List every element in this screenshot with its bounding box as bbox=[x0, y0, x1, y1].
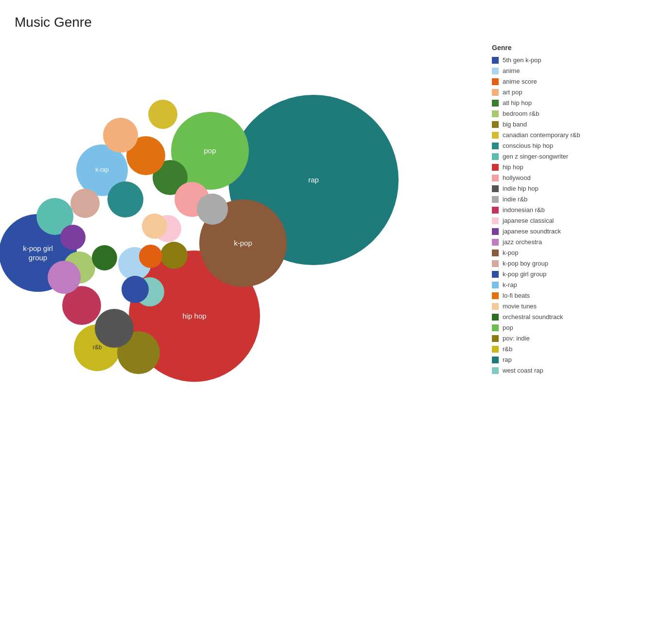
legend-item-16: japanese soundtrack bbox=[492, 228, 647, 235]
legend-label-17: jazz orchestra bbox=[503, 238, 542, 246]
legend-label-3: art pop bbox=[503, 89, 522, 96]
bubble-17 bbox=[197, 194, 228, 225]
bubble-25 bbox=[160, 242, 188, 269]
legend-label-29: west coast rap bbox=[503, 367, 543, 374]
legend-item-14: indonesian r&b bbox=[492, 206, 647, 214]
legend-item-13: indie r&b bbox=[492, 196, 647, 203]
legend-label-7: canadian contemporary r&b bbox=[503, 131, 580, 139]
legend-label-19: k-pop boy group bbox=[503, 260, 548, 267]
legend-swatch-16 bbox=[492, 228, 499, 235]
bubble-9 bbox=[103, 118, 138, 153]
legend: Genre 5th gen k-popanimeanime scoreart p… bbox=[492, 44, 647, 377]
legend-item-7: canadian contemporary r&b bbox=[492, 131, 647, 139]
legend-swatch-7 bbox=[492, 132, 499, 139]
legend-swatch-14 bbox=[492, 207, 499, 214]
legend-swatch-19 bbox=[492, 260, 499, 267]
legend-swatch-8 bbox=[492, 143, 499, 149]
bubble-23 bbox=[142, 214, 167, 239]
legend-item-15: japanese classical bbox=[492, 217, 647, 224]
bubble-29 bbox=[122, 276, 149, 303]
legend-item-4: atl hip hop bbox=[492, 99, 647, 107]
legend-swatch-18 bbox=[492, 250, 499, 256]
bubble-13 bbox=[107, 181, 143, 217]
legend-label-10: hip hop bbox=[503, 163, 523, 171]
legend-label-21: k-rap bbox=[503, 281, 517, 288]
legend-label-25: pop bbox=[503, 324, 513, 331]
legend-label-27: r&b bbox=[503, 345, 512, 353]
legend-item-5: bedroom r&b bbox=[492, 110, 647, 117]
legend-item-23: movie tunes bbox=[492, 303, 647, 310]
legend-item-24: orchestral soundtrack bbox=[492, 313, 647, 321]
legend-label-22: lo-fi beats bbox=[503, 292, 530, 299]
legend-label-5: bedroom r&b bbox=[503, 110, 539, 117]
legend-label-2: anime score bbox=[503, 78, 537, 85]
legend-item-0: 5th gen k-pop bbox=[492, 56, 647, 64]
legend-label-14: indonesian r&b bbox=[503, 206, 545, 214]
legend-item-21: k-rap bbox=[492, 281, 647, 288]
legend-item-1: anime bbox=[492, 67, 647, 74]
legend-label-20: k-pop girl group bbox=[503, 270, 546, 278]
bubble-12 bbox=[148, 100, 177, 129]
legend-label-26: pov: indie bbox=[503, 335, 530, 342]
legend-swatch-5 bbox=[492, 110, 499, 117]
legend-label-24: orchestral soundtrack bbox=[503, 313, 563, 321]
legend-item-11: hollywood bbox=[492, 174, 647, 181]
legend-label-6: big band bbox=[503, 121, 527, 128]
legend-item-2: anime score bbox=[492, 78, 647, 85]
legend-swatch-24 bbox=[492, 314, 499, 321]
legend-label-18: k-pop bbox=[503, 249, 519, 256]
legend-item-8: conscious hip hop bbox=[492, 142, 647, 149]
bubble-21 bbox=[48, 261, 81, 294]
legend-item-17: jazz orchestra bbox=[492, 238, 647, 246]
legend-item-10: hip hop bbox=[492, 163, 647, 171]
legend-label-28: rap bbox=[503, 356, 512, 363]
legend-swatch-12 bbox=[492, 185, 499, 192]
page-title: Music Genre bbox=[15, 15, 92, 30]
legend-swatch-13 bbox=[492, 196, 499, 203]
legend-swatch-23 bbox=[492, 303, 499, 310]
bubble-22 bbox=[70, 189, 100, 218]
legend-swatch-9 bbox=[492, 153, 499, 160]
legend-item-27: r&b bbox=[492, 345, 647, 353]
legend-title: Genre bbox=[492, 44, 647, 52]
legend-label-8: conscious hip hop bbox=[503, 142, 553, 149]
legend-item-19: k-pop boy group bbox=[492, 260, 647, 267]
legend-label-11: hollywood bbox=[503, 174, 531, 181]
legend-swatch-11 bbox=[492, 175, 499, 181]
legend-swatch-2 bbox=[492, 78, 499, 85]
legend-swatch-3 bbox=[492, 89, 499, 96]
legend-swatch-17 bbox=[492, 239, 499, 246]
legend-item-26: pov: indie bbox=[492, 335, 647, 342]
bubble-28 bbox=[139, 245, 162, 268]
bubble-16 bbox=[95, 309, 134, 348]
legend-swatch-21 bbox=[492, 282, 499, 288]
legend-label-1: anime bbox=[503, 67, 520, 74]
legend-item-6: big band bbox=[492, 121, 647, 128]
legend-swatch-0 bbox=[492, 57, 499, 64]
legend-item-9: gen z singer-songwriter bbox=[492, 153, 647, 160]
legend-swatch-4 bbox=[492, 100, 499, 107]
legend-label-15: japanese classical bbox=[503, 217, 554, 224]
legend-label-12: indie hip hop bbox=[503, 185, 539, 192]
legend-item-22: lo-fi beats bbox=[492, 292, 647, 299]
bubble-24 bbox=[92, 245, 117, 270]
legend-label-0: 5th gen k-pop bbox=[503, 56, 541, 64]
legend-swatch-22 bbox=[492, 292, 499, 299]
legend-swatch-15 bbox=[492, 217, 499, 224]
legend-swatch-27 bbox=[492, 346, 499, 353]
legend-label-23: movie tunes bbox=[503, 303, 537, 310]
legend-swatch-20 bbox=[492, 271, 499, 278]
legend-swatch-25 bbox=[492, 324, 499, 331]
legend-item-3: art pop bbox=[492, 89, 647, 96]
legend-item-20: k-pop girl group bbox=[492, 270, 647, 278]
legend-item-29: west coast rap bbox=[492, 367, 647, 374]
legend-label-9: gen z singer-songwriter bbox=[503, 153, 568, 160]
legend-item-18: k-pop bbox=[492, 249, 647, 256]
legend-label-16: japanese soundtrack bbox=[503, 228, 561, 235]
bubble-chart: raphip hopk-poppopk-pop girl groupk-rapr… bbox=[0, 34, 437, 642]
legend-swatch-1 bbox=[492, 68, 499, 74]
legend-item-12: indie hip hop bbox=[492, 185, 647, 192]
legend-swatch-6 bbox=[492, 121, 499, 128]
legend-label-4: atl hip hop bbox=[503, 99, 532, 107]
legend-item-25: pop bbox=[492, 324, 647, 331]
